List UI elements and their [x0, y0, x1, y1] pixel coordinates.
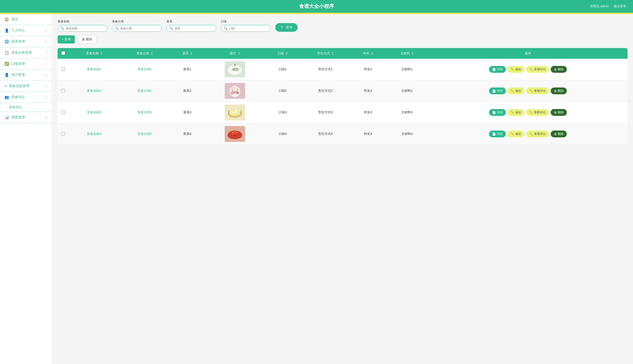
row-food-category-3: 美食分类3 [119, 102, 170, 123]
review-button-2[interactable]: ✏️ 查看评论 [526, 88, 549, 94]
th-duration: 时长 ▲▼ [350, 48, 386, 59]
delete-row-icon-2: 🗑 [554, 89, 557, 93]
row-image-1 [205, 59, 265, 80]
review-icon-3: ✏️ [530, 111, 533, 114]
table-row: 美食名称2 美食分类2 菜系2 口味2 烹饪方式2 时长2 主材料2 📄 详情 [58, 80, 628, 102]
sort-icon-food-name[interactable]: ▲▼ [100, 52, 102, 55]
table-row: 美食名称1 美食分类1 菜系1 口味1 烹饪方式1 时长1 主材料1 📄 详情 [58, 59, 628, 80]
svg-point-12 [237, 92, 239, 94]
sidebar-item-profile[interactable]: 👤 个人中心 ∨ [0, 25, 52, 36]
svg-point-31 [235, 131, 236, 132]
row-main-ingredient-1: 主材料1 [386, 59, 428, 80]
chevron-down-icon-6: ∨ [45, 84, 48, 88]
search-input-food-name[interactable] [66, 27, 104, 30]
sidebar-item-forum[interactable]: 👥 美食论坛 ∧ [0, 92, 52, 103]
detail-button-2[interactable]: 📄 详情 [489, 88, 506, 94]
delete-row-button-1[interactable]: 🗑 删除 [551, 66, 567, 73]
detail-button-3[interactable]: 📄 详情 [489, 109, 506, 116]
sidebar-item-cuisine-label: 菜系管理 [11, 40, 25, 44]
sidebar-item-home[interactable]: 🏠 首页 [0, 14, 52, 25]
row-image-4 [205, 123, 265, 145]
delete-row-button-3[interactable]: 🗑 删除 [551, 109, 567, 116]
th-operation: 操作 [428, 48, 628, 59]
cuisine-icon: 🌐 [4, 40, 9, 44]
svg-point-13 [231, 93, 233, 95]
row-cooking-method-4: 烹饪方式4 [300, 123, 350, 145]
row-main-ingredient-4: 主材料4 [386, 123, 428, 145]
sidebar-item-system[interactable]: 📊 系统管理 ∨ [0, 112, 52, 123]
row-image-2 [205, 80, 265, 102]
delete-row-button-4[interactable]: 🗑 删除 [551, 130, 567, 137]
row-select-2[interactable] [62, 89, 65, 92]
search-field-food-name: 美食名称 🔍 [58, 20, 108, 32]
svg-point-29 [232, 132, 233, 133]
layout: 🏠 首页 👤 个人中心 ∨ 🌐 菜系管理 ∨ 📋 美食分类管理 ∨ [0, 14, 633, 364]
search-input-flavor[interactable] [229, 27, 268, 30]
row-cuisine-3: 菜系3 [170, 102, 205, 123]
row-image-3 [205, 102, 265, 123]
review-button-1[interactable]: ✏️ 查看评论 [526, 66, 549, 73]
sidebar-item-profile-label: 个人中心 [11, 28, 25, 33]
edit-button-1[interactable]: ✏️ 修改 [508, 66, 524, 73]
search-button[interactable]: 🔍 查询 [275, 23, 298, 32]
detail-icon-2: 📄 [492, 89, 496, 93]
delete-row-button-2[interactable]: 🗑 删除 [551, 88, 567, 94]
row-select-3[interactable] [62, 110, 65, 114]
edit-icon-2: ✏️ [511, 89, 514, 93]
add-button[interactable]: + 新增 [58, 35, 75, 44]
edit-button-3[interactable]: ✏️ 修改 [508, 109, 524, 116]
logout-button[interactable]: 退出登录 [614, 4, 626, 8]
row-operations-1: 📄 详情 ✏️ 修改 ✏️ 查看评论 🗑 删除 [428, 59, 628, 80]
sidebar-item-user[interactable]: 👤 用户管理 ∨ [0, 70, 52, 81]
sort-icon-flavor[interactable]: ▲▼ [286, 52, 288, 55]
svg-rect-22 [240, 112, 242, 114]
row-food-category-4: 美食分类4 [119, 123, 170, 145]
sort-icon-cooking-method[interactable]: ▲▼ [332, 52, 334, 55]
detail-button-1[interactable]: 📄 详情 [489, 66, 506, 73]
select-all-checkbox[interactable] [62, 51, 65, 55]
row-operations-2: 📄 详情 ✏️ 修改 ✏️ 查看评论 🗑 删除 [428, 80, 628, 102]
sidebar-sub-item-forum[interactable]: 美食论坛 [0, 103, 52, 112]
search-input-category[interactable] [120, 27, 159, 30]
review-icon-2: ✏️ [530, 89, 533, 93]
row-food-name-2: 美食名称2 [69, 80, 119, 102]
edit-button-2[interactable]: ✏️ 修改 [508, 88, 524, 94]
search-icon-food-name: 🔍 [60, 26, 64, 30]
profile-icon: 👤 [4, 28, 9, 33]
row-food-name-4: 美食名称4 [69, 123, 119, 145]
search-field-flavor: 口味 🔍 [221, 20, 271, 32]
chevron-down-icon-4: ∨ [45, 62, 48, 66]
row-select-1[interactable] [62, 67, 65, 71]
table-row: 美食名称4 美食分类4 菜系4 口味4 烹饪方式4 时长4 主材料4 📄 详情 [58, 123, 628, 145]
row-duration-3: 时长3 [350, 102, 386, 123]
sort-icon-main-ingredient[interactable]: ▲▼ [412, 52, 414, 55]
sidebar-item-flavor-label: 口味管理 [11, 62, 25, 66]
row-food-category-1: 美食分类1 [119, 59, 170, 80]
chevron-down-icon-3: ∨ [45, 51, 48, 54]
chevron-up-icon: ∧ [45, 96, 48, 99]
search-input-wrap-cuisine: 🔍 [166, 25, 216, 32]
search-input-cuisine[interactable] [174, 27, 213, 30]
detail-button-4[interactable]: 📄 详情 [489, 130, 506, 137]
sort-icon-food-category[interactable]: ▲▼ [151, 52, 152, 55]
food-category-icon: 📋 [4, 50, 9, 55]
sidebar-item-cuisine-mgmt[interactable]: 🌐 菜系管理 ∨ [0, 36, 52, 47]
th-image: 图片 ▲▼ [205, 48, 265, 59]
sort-icon-duration[interactable]: ▲▼ [371, 52, 373, 55]
row-checkbox-3 [58, 102, 69, 123]
row-operations-3: 📄 详情 ✏️ 修改 ✏️ 查看评论 🗑 删除 [428, 102, 628, 123]
edit-button-4[interactable]: ✏️ 修改 [508, 130, 524, 137]
sidebar-item-flavor[interactable]: ✅ 口味管理 ∨ [0, 58, 52, 70]
batch-delete-button[interactable]: 🗑 删除 [78, 35, 96, 44]
sidebar-item-food-category[interactable]: 📋 美食分类管理 ∨ [0, 47, 52, 58]
sidebar-item-food-info[interactable]: ≡ 美食信息管理 ∨ [0, 81, 52, 92]
sidebar-item-user-label: 用户管理 [11, 73, 25, 77]
sidebar-sub-forum-label: 美食论坛 [9, 105, 22, 109]
row-select-4[interactable] [62, 132, 65, 136]
sidebar-item-food-category-label: 美食分类管理 [11, 50, 32, 55]
sort-icon-image[interactable]: ▲▼ [238, 52, 240, 55]
sort-icon-cuisine[interactable]: ▲▼ [190, 52, 192, 55]
review-button-3[interactable]: ✏️ 查看评论 [526, 109, 549, 116]
row-flavor-4: 口味4 [265, 123, 300, 145]
review-button-4[interactable]: ✏️ 查看评论 [526, 130, 549, 137]
